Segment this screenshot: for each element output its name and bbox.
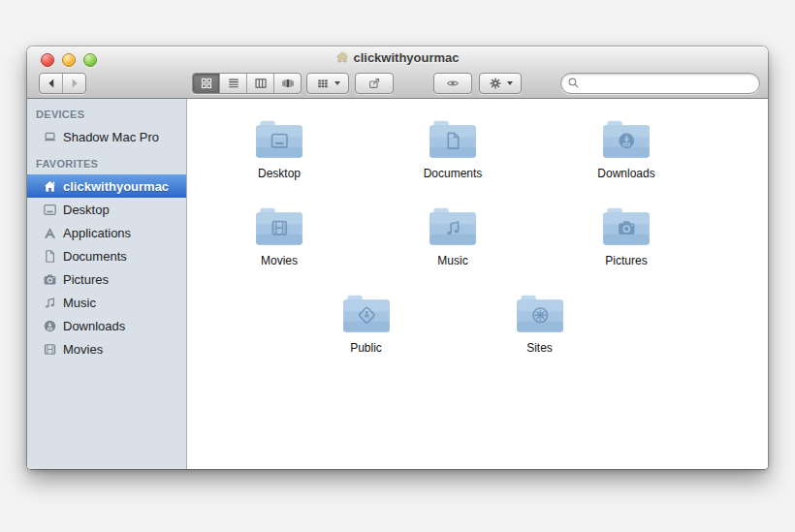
desktop-icon <box>43 203 57 217</box>
sidebar-section-devices: DEVICESShadow Mac Pro <box>27 99 186 148</box>
icon-view-icon <box>200 77 213 90</box>
sidebar-item-applications[interactable]: Applications <box>27 221 186 244</box>
folder-label: Downloads <box>568 167 684 180</box>
list-view-button[interactable] <box>219 74 246 93</box>
search-field-wrap <box>560 73 760 94</box>
film-icon <box>43 342 57 357</box>
sidebar: DEVICESShadow Mac ProFAVORITESclickwithy… <box>27 99 187 469</box>
coverflow-view-icon <box>281 77 295 90</box>
music-note-icon <box>43 296 57 310</box>
folder-public[interactable]: Public <box>308 293 425 355</box>
folder-sites[interactable]: Sites <box>482 293 598 355</box>
compass-glyph <box>533 308 547 322</box>
folder-label: Documents <box>395 167 511 180</box>
sidebar-item-label: Applications <box>63 226 131 240</box>
folder-documents[interactable]: Documents <box>395 118 511 180</box>
folder-label: Desktop <box>221 167 337 180</box>
folder-label: Pictures <box>568 254 684 267</box>
folder-icon <box>253 205 305 248</box>
folder-desktop[interactable]: Desktop <box>221 118 337 180</box>
share-icon <box>367 77 381 90</box>
folder-icon <box>600 205 652 248</box>
sidebar-item-label: Downloads <box>63 319 125 333</box>
sidebar-item-label: Movies <box>63 342 103 357</box>
folder-icon <box>427 205 479 248</box>
view-mode-segmented-control <box>192 73 302 94</box>
nav-buttons <box>39 73 86 94</box>
folder-icon <box>427 118 479 161</box>
finder-window: clickwithyourmac <box>27 47 768 469</box>
window-chrome: clickwithyourmac <box>27 47 768 99</box>
magnifier-icon <box>567 77 580 89</box>
folder-label: Music <box>395 254 511 267</box>
sidebar-item-label: Music <box>63 296 96 310</box>
share-button[interactable] <box>355 73 394 94</box>
sidebar-item-movies[interactable]: Movies <box>27 337 186 360</box>
eye-icon <box>446 77 460 90</box>
folder-label: Sites <box>482 341 598 355</box>
home-icon <box>43 179 57 194</box>
document-icon <box>43 249 57 264</box>
window-title: clickwithyourmac <box>27 50 768 65</box>
folder-label: Public <box>308 341 425 355</box>
sidebar-item-music[interactable]: Music <box>27 291 186 314</box>
folder-pictures[interactable]: Pictures <box>568 205 684 267</box>
chevron-down-icon <box>334 81 340 85</box>
download-icon <box>43 319 57 333</box>
folder-label: Movies <box>221 254 337 267</box>
gear-icon <box>489 77 502 90</box>
list-view-icon <box>227 77 240 90</box>
sidebar-item-label: clickwithyourmac <box>63 179 169 194</box>
folder-icon <box>253 118 305 161</box>
chevron-left-icon <box>45 77 58 90</box>
applications-icon <box>43 226 57 240</box>
action-button[interactable] <box>479 73 522 94</box>
quicklook-button[interactable] <box>433 73 472 94</box>
sidebar-section-header: FAVORITES <box>27 157 186 171</box>
download-glyph <box>619 133 634 148</box>
folder-icon <box>340 293 393 335</box>
icon-view-button[interactable] <box>193 74 219 93</box>
sidebar-item-label: Documents <box>63 249 127 264</box>
coverflow-view-button[interactable] <box>273 74 301 93</box>
window-title-text: clickwithyourmac <box>353 50 459 65</box>
chevron-down-icon <box>507 81 513 85</box>
arrange-grid-icon <box>316 77 330 90</box>
search-input[interactable] <box>560 73 760 94</box>
sidebar-section-favorites: FAVORITESclickwithyourmacDesktopApplicat… <box>27 148 186 360</box>
arrange-button[interactable] <box>306 73 349 94</box>
column-view-button[interactable] <box>246 74 273 93</box>
folder-icon <box>600 118 652 161</box>
sidebar-item-documents[interactable]: Documents <box>27 244 186 267</box>
sidebar-item-label: Pictures <box>63 272 109 287</box>
forward-button[interactable] <box>62 74 85 93</box>
laptop-icon <box>43 130 57 144</box>
sidebar-section-header: DEVICES <box>27 108 186 121</box>
folder-music[interactable]: Music <box>395 205 511 267</box>
sidebar-item-downloads[interactable]: Downloads <box>27 314 186 337</box>
folder-icon <box>514 293 566 335</box>
content-area: Desktop Documents Downloads Movies Music… <box>187 99 768 469</box>
sidebar-item-label: Shadow Mac Pro <box>63 130 159 144</box>
home-icon <box>335 50 349 64</box>
back-button[interactable] <box>40 74 62 93</box>
window-body: DEVICESShadow Mac ProFAVORITESclickwithy… <box>27 99 768 469</box>
sidebar-item-pictures[interactable]: Pictures <box>27 267 186 291</box>
sidebar-item-shadow-mac-pro[interactable]: Shadow Mac Pro <box>27 125 186 148</box>
chevron-right-icon <box>68 77 81 90</box>
sidebar-item-label: Desktop <box>63 203 110 217</box>
camera-icon <box>43 272 57 287</box>
sidebar-item-clickwithyourmac[interactable]: clickwithyourmac <box>27 174 186 198</box>
sidebar-item-desktop[interactable]: Desktop <box>27 198 186 221</box>
folder-downloads[interactable]: Downloads <box>568 118 684 180</box>
folder-movies[interactable]: Movies <box>221 205 337 267</box>
column-view-icon <box>254 77 268 90</box>
